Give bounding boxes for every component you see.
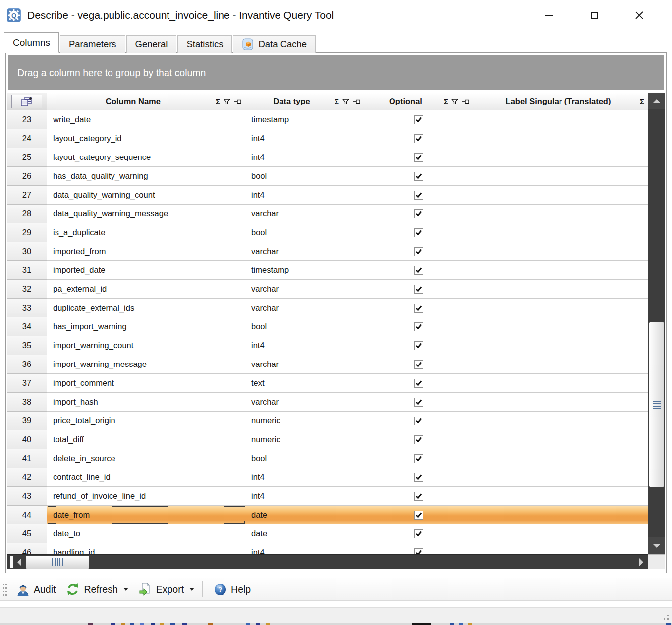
optional-cell[interactable] <box>364 487 473 506</box>
column-name-cell[interactable]: date_from <box>47 506 245 524</box>
optional-cell[interactable] <box>364 430 473 449</box>
sigma-icon[interactable]: Σ <box>444 97 448 105</box>
tab-data-cache[interactable]: Data Cache <box>233 35 316 53</box>
optional-cell[interactable] <box>364 223 473 242</box>
column-name-cell[interactable]: layout_category_sequence <box>47 148 245 167</box>
pin-icon[interactable] <box>234 99 241 104</box>
column-name-cell[interactable]: imported_from <box>47 242 245 261</box>
label-singular-cell[interactable] <box>473 393 648 412</box>
label-singular-cell[interactable] <box>473 280 648 299</box>
data-type-cell[interactable]: varchar <box>245 393 364 412</box>
table-row[interactable]: 42 contract_line_id int4 <box>7 468 648 487</box>
data-type-cell[interactable]: int4 <box>245 186 364 205</box>
close-button[interactable] <box>627 0 652 31</box>
optional-cell[interactable] <box>364 393 473 412</box>
data-type-cell[interactable]: int4 <box>245 129 364 148</box>
data-type-cell[interactable]: date <box>245 506 364 524</box>
optional-checkbox[interactable] <box>414 266 423 275</box>
header-column-name[interactable]: Column Name Σ <box>47 93 245 110</box>
column-name-cell[interactable]: is_a_duplicate <box>47 223 245 242</box>
optional-checkbox[interactable] <box>414 153 423 162</box>
optional-checkbox[interactable] <box>414 435 423 444</box>
optional-checkbox[interactable] <box>414 247 423 256</box>
data-type-cell[interactable]: date <box>245 524 364 543</box>
row-number[interactable]: 24 <box>7 129 47 148</box>
column-name-cell[interactable]: duplicate_external_ids <box>47 299 245 317</box>
column-name-cell[interactable]: refund_of_invoice_line_id <box>47 487 245 506</box>
tab-columns[interactable]: Columns <box>4 32 59 53</box>
table-row[interactable]: 36 import_warning_message varchar <box>7 355 648 374</box>
row-number[interactable]: 34 <box>7 317 47 336</box>
label-singular-cell[interactable] <box>473 186 648 205</box>
scroll-down-button[interactable] <box>648 537 665 554</box>
label-singular-cell[interactable] <box>473 242 648 261</box>
optional-checkbox[interactable] <box>414 398 423 407</box>
sigma-icon[interactable]: Σ <box>640 97 644 105</box>
label-singular-cell[interactable] <box>473 167 648 186</box>
optional-cell[interactable] <box>364 129 473 148</box>
data-type-cell[interactable]: bool <box>245 449 364 468</box>
column-name-cell[interactable]: contract_line_id <box>47 468 245 487</box>
optional-cell[interactable] <box>364 280 473 299</box>
data-type-cell[interactable]: numeric <box>245 412 364 430</box>
label-singular-cell[interactable] <box>473 543 648 554</box>
optional-cell[interactable] <box>364 506 473 524</box>
label-singular-cell[interactable] <box>473 261 648 280</box>
optional-cell[interactable] <box>364 317 473 336</box>
filter-icon[interactable] <box>224 99 230 104</box>
optional-checkbox[interactable] <box>414 209 423 218</box>
label-singular-cell[interactable] <box>473 336 648 355</box>
column-name-cell[interactable]: date_to <box>47 524 245 543</box>
vertical-scrollbar[interactable] <box>648 93 665 554</box>
optional-checkbox[interactable] <box>414 228 423 237</box>
label-singular-cell[interactable] <box>473 317 648 336</box>
table-row[interactable]: 29 is_a_duplicate bool <box>7 223 648 242</box>
column-name-cell[interactable]: has_import_warning <box>47 317 245 336</box>
optional-checkbox[interactable] <box>414 285 423 294</box>
label-singular-cell[interactable] <box>473 110 648 129</box>
row-number[interactable]: 27 <box>7 186 47 205</box>
column-name-cell[interactable]: pa_external_id <box>47 280 245 299</box>
optional-checkbox[interactable] <box>414 322 423 331</box>
optional-checkbox[interactable] <box>414 115 423 124</box>
optional-checkbox[interactable] <box>414 548 423 555</box>
column-name-cell[interactable]: price_total_origin <box>47 412 245 430</box>
column-name-cell[interactable]: has_data_quality_warning <box>47 167 245 186</box>
optional-cell[interactable] <box>364 148 473 167</box>
scroll-right-button[interactable] <box>635 555 648 570</box>
horizontal-scrollbar[interactable] <box>7 554 648 569</box>
data-type-cell[interactable]: bool <box>245 317 364 336</box>
label-singular-cell[interactable] <box>473 299 648 317</box>
column-chooser-button[interactable] <box>11 95 42 108</box>
row-number[interactable]: 31 <box>7 261 47 280</box>
row-number[interactable]: 32 <box>7 280 47 299</box>
column-name-cell[interactable]: delete_in_source <box>47 449 245 468</box>
data-type-cell[interactable]: numeric <box>245 430 364 449</box>
data-type-cell[interactable]: timestamp <box>245 110 364 129</box>
optional-cell[interactable] <box>364 374 473 393</box>
refresh-button[interactable]: Refresh <box>61 580 123 598</box>
label-singular-cell[interactable] <box>473 148 648 167</box>
optional-cell[interactable] <box>364 355 473 374</box>
label-singular-cell[interactable] <box>473 487 648 506</box>
optional-cell[interactable] <box>364 524 473 543</box>
data-type-cell[interactable]: timestamp <box>245 261 364 280</box>
data-type-cell[interactable]: int4 <box>245 336 364 355</box>
column-name-cell[interactable]: data_quality_warning_count <box>47 186 245 205</box>
filter-icon[interactable] <box>451 99 458 104</box>
filter-icon[interactable] <box>342 99 349 104</box>
optional-checkbox[interactable] <box>414 473 423 482</box>
table-row[interactable]: 26 has_data_quality_warning bool <box>7 167 648 186</box>
data-type-cell[interactable]: bool <box>245 223 364 242</box>
header-data-type[interactable]: Data type Σ <box>245 93 364 110</box>
row-number[interactable]: 38 <box>7 393 47 412</box>
data-type-cell[interactable]: bool <box>245 167 364 186</box>
optional-checkbox[interactable] <box>414 304 423 312</box>
sigma-icon[interactable]: Σ <box>335 97 339 105</box>
data-type-cell[interactable]: varchar <box>245 242 364 261</box>
data-type-cell[interactable]: int4 <box>245 148 364 167</box>
tab-parameters[interactable]: Parameters <box>60 35 125 53</box>
row-number[interactable]: 43 <box>7 487 47 506</box>
export-button[interactable]: Export <box>133 580 189 599</box>
table-row[interactable]: 23 write_date timestamp <box>7 110 648 129</box>
